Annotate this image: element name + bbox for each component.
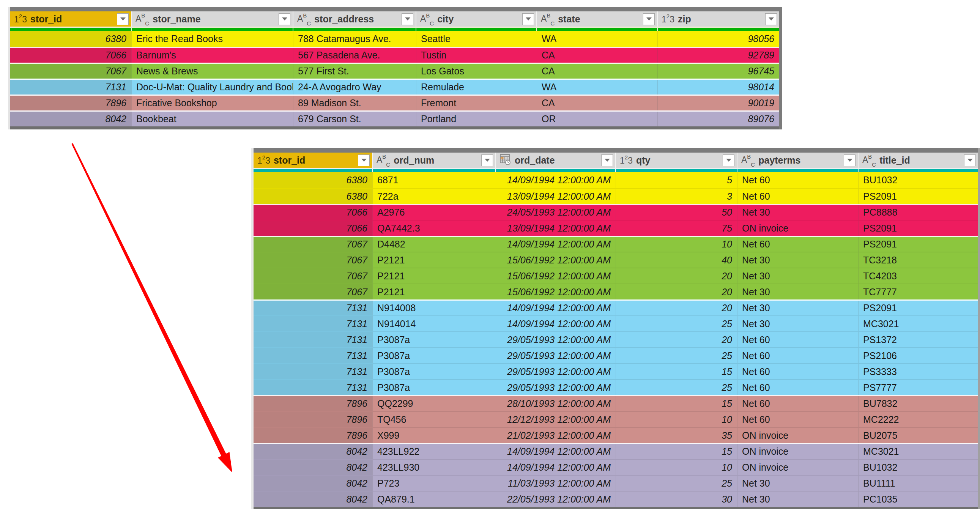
cell-payterms[interactable]: Net 60 xyxy=(737,412,859,427)
cell-zip[interactable]: 89076 xyxy=(658,111,779,126)
cell-title_id[interactable]: PS2091 xyxy=(859,221,978,236)
cell-title_id[interactable]: MC3021 xyxy=(859,316,978,331)
cell-city[interactable]: Tustin xyxy=(416,48,537,63)
cell-qty[interactable]: 15 xyxy=(616,444,737,459)
cell-payterms[interactable]: Net 30 xyxy=(737,268,859,283)
cell-city[interactable]: Seattle xyxy=(416,31,537,47)
cell-qty[interactable]: 30 xyxy=(616,492,737,507)
cell-ord_date[interactable]: 14/09/1994 12:00:00 AM xyxy=(496,444,616,459)
cell-title_id[interactable]: PC8888 xyxy=(859,205,978,220)
cell-payterms[interactable]: ON invoice xyxy=(737,444,859,459)
cell-payterms[interactable]: Net 60 xyxy=(737,237,859,252)
cell-stor_id[interactable]: 7066 xyxy=(253,221,373,236)
cell-stor_address[interactable]: 577 First St. xyxy=(293,64,416,79)
cell-city[interactable]: Fremont xyxy=(416,95,537,110)
column-header-city[interactable]: ABCcity xyxy=(416,11,537,27)
cell-payterms[interactable]: Net 30 xyxy=(737,476,859,491)
cell-title_id[interactable]: BU7832 xyxy=(859,396,978,411)
cell-stor_id[interactable]: 8042 xyxy=(253,476,373,491)
cell-title_id[interactable]: PS2106 xyxy=(859,348,978,363)
cell-stor_id[interactable]: 7131 xyxy=(253,316,373,331)
cell-city[interactable]: Portland xyxy=(416,111,537,126)
table-top-scrollbar[interactable] xyxy=(10,7,779,11)
column-header-title_id[interactable]: ABCtitle_id xyxy=(859,153,978,168)
cell-ord_date[interactable]: 22/05/1993 12:00:00 AM xyxy=(496,492,616,507)
cell-ord_num[interactable]: P3087a xyxy=(373,364,496,379)
cell-payterms[interactable]: Net 60 xyxy=(737,396,859,411)
cell-zip[interactable]: 96745 xyxy=(658,64,779,79)
column-header-ord_num[interactable]: ABCord_num xyxy=(373,153,496,168)
cell-stor_id[interactable]: 7131 xyxy=(10,80,132,94)
column-header-state[interactable]: ABCstate xyxy=(537,11,658,27)
table-top-scrollbar[interactable] xyxy=(253,148,978,153)
cell-ord_num[interactable]: 423LL922 xyxy=(373,444,496,459)
cell-qty[interactable]: 25 xyxy=(616,380,737,395)
cell-ord_num[interactable]: A2976 xyxy=(373,205,496,220)
cell-ord_num[interactable]: 423LL930 xyxy=(373,460,496,475)
cell-title_id[interactable]: PC1035 xyxy=(859,492,978,507)
cell-stor_id[interactable]: 7896 xyxy=(253,396,373,411)
cell-stor_name[interactable]: Fricative Bookshop xyxy=(132,95,293,110)
cell-qty[interactable]: 10 xyxy=(616,412,737,427)
cell-stor_id[interactable]: 8042 xyxy=(253,492,373,507)
cell-stor_address[interactable]: 24-A Avogadro Way xyxy=(293,80,416,94)
cell-zip[interactable]: 90019 xyxy=(658,95,779,110)
cell-ord_num[interactable]: 6871 xyxy=(373,172,496,188)
cell-stor_id[interactable]: 8042 xyxy=(10,111,132,126)
cell-ord_date[interactable]: 15/06/1992 12:00:00 AM xyxy=(496,253,616,267)
cell-city[interactable]: Los Gatos xyxy=(416,64,537,79)
cell-city[interactable]: Remulade xyxy=(416,80,537,94)
filter-dropdown-button[interactable] xyxy=(481,154,493,166)
cell-stor_id[interactable]: 7067 xyxy=(253,268,373,283)
cell-ord_num[interactable]: QA879.1 xyxy=(373,492,496,507)
cell-ord_num[interactable]: P2121 xyxy=(373,268,496,283)
cell-zip[interactable]: 92789 xyxy=(658,48,779,63)
filter-dropdown-button[interactable] xyxy=(278,13,290,25)
cell-state[interactable]: CA xyxy=(537,95,658,110)
cell-stor_name[interactable]: Doc-U-Mat: Quality Laundry and Books xyxy=(132,80,293,94)
cell-payterms[interactable]: Net 30 xyxy=(737,492,859,507)
column-header-stor_id[interactable]: 123stor_id xyxy=(10,11,132,27)
column-header-stor_address[interactable]: ABCstor_address xyxy=(293,11,416,27)
cell-ord_num[interactable]: P3087a xyxy=(373,380,496,395)
cell-qty[interactable]: 75 xyxy=(616,221,737,236)
cell-ord_num[interactable]: QQ2299 xyxy=(373,396,496,411)
cell-stor_id[interactable]: 7131 xyxy=(253,301,373,315)
cell-ord_date[interactable]: 24/05/1993 12:00:00 AM xyxy=(496,205,616,220)
cell-qty[interactable]: 20 xyxy=(616,301,737,315)
cell-ord_num[interactable]: P723 xyxy=(373,476,496,491)
cell-payterms[interactable]: Net 30 xyxy=(737,253,859,267)
cell-qty[interactable]: 15 xyxy=(616,396,737,411)
filter-dropdown-button[interactable] xyxy=(402,13,413,25)
cell-title_id[interactable]: MC3021 xyxy=(859,444,978,459)
cell-payterms[interactable]: Net 60 xyxy=(737,332,859,347)
cell-title_id[interactable]: PS1372 xyxy=(859,332,978,347)
cell-payterms[interactable]: Net 30 xyxy=(737,316,859,331)
cell-payterms[interactable]: ON invoice xyxy=(737,460,859,475)
cell-ord_date[interactable]: 13/09/1994 12:00:00 AM xyxy=(496,221,616,236)
cell-stor_name[interactable]: Barnum's xyxy=(132,48,293,63)
cell-stor_id[interactable]: 6380 xyxy=(253,172,373,188)
cell-qty[interactable]: 15 xyxy=(616,364,737,379)
cell-qty[interactable]: 35 xyxy=(616,428,737,443)
cell-qty[interactable]: 25 xyxy=(616,348,737,363)
filter-dropdown-button[interactable] xyxy=(765,13,777,25)
filter-dropdown-button[interactable] xyxy=(601,154,613,166)
cell-stor_name[interactable]: Eric the Read Books xyxy=(132,31,293,47)
cell-stor_id[interactable]: 7131 xyxy=(253,364,373,379)
cell-payterms[interactable]: Net 30 xyxy=(737,301,859,315)
filter-dropdown-button[interactable] xyxy=(964,154,976,166)
table-bottom-scrollbar[interactable] xyxy=(253,507,978,509)
table-bottom-scrollbar[interactable] xyxy=(10,126,779,129)
cell-ord_num[interactable]: QA7442.3 xyxy=(373,221,496,236)
cell-stor_id[interactable]: 7066 xyxy=(10,48,132,63)
cell-stor_id[interactable]: 7131 xyxy=(253,332,373,347)
cell-ord_date[interactable]: 21/02/1993 12:00:00 AM xyxy=(496,428,616,443)
cell-payterms[interactable]: ON invoice xyxy=(737,221,859,236)
cell-qty[interactable]: 10 xyxy=(616,237,737,252)
cell-title_id[interactable]: BU1032 xyxy=(859,172,978,188)
cell-ord_num[interactable]: 722a xyxy=(373,189,496,204)
column-header-stor_id[interactable]: 123stor_id xyxy=(253,153,373,168)
filter-dropdown-button[interactable] xyxy=(117,13,129,25)
cell-title_id[interactable]: TC4203 xyxy=(859,268,978,283)
